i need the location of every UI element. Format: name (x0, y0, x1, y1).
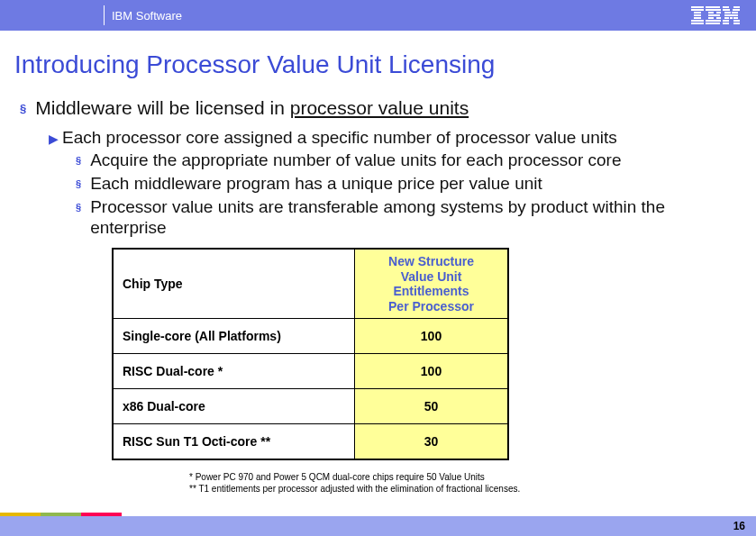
header-bar: IBM Software (0, 0, 756, 31)
value-cell: 30 (355, 424, 508, 459)
svg-rect-7 (706, 6, 720, 8)
svg-rect-6 (691, 23, 704, 24)
table-header-value: New Structure Value Unit Entitlements Pe… (355, 250, 508, 319)
th-l2: Value Unit (401, 269, 462, 284)
bullet-l1-prefix: Middleware will be licensed in (35, 97, 289, 118)
table-row: Single-core (All Platforms) 100 (114, 319, 508, 354)
table-row: x86 Dual-core 50 (114, 389, 508, 424)
svg-rect-21 (732, 12, 738, 14)
svg-rect-13 (716, 17, 721, 19)
svg-rect-22 (724, 14, 738, 16)
chip-cell: RISC Sun T1 Octi-core ** (114, 424, 355, 459)
value-cell: 100 (355, 319, 508, 354)
triangle-bullet-icon: ▶ (49, 132, 59, 146)
value-cell: 100 (355, 354, 508, 389)
svg-rect-23 (724, 17, 729, 19)
table-header-chip: Chip Type (114, 250, 355, 319)
bullet-level3: § Processor value units are transferable… (76, 196, 742, 240)
svg-rect-1 (691, 9, 704, 11)
svg-rect-16 (723, 6, 729, 8)
bullet-level2: ▶ Each processor core assigned a specifi… (49, 128, 742, 148)
square-bullet-icon: § (76, 155, 81, 166)
footer-bar: 16 (0, 516, 756, 536)
svg-rect-3 (694, 14, 701, 16)
svg-rect-12 (708, 17, 714, 19)
svg-rect-9 (708, 12, 714, 14)
svg-rect-11 (708, 14, 720, 16)
bullet-l3b-text: Each middleware program has a unique pri… (90, 173, 742, 195)
square-bullet-icon: § (76, 202, 81, 213)
th-l3: Entitlements (393, 284, 469, 298)
bullet-level3: § Acquire the appropriate number of valu… (76, 150, 742, 171)
chip-cell: x86 Dual-core (114, 389, 355, 424)
page-title: Introducing Processor Value Unit Licensi… (0, 50, 756, 90)
header-spacer (0, 0, 104, 31)
svg-rect-17 (733, 6, 740, 8)
bullet-l3c-text: Processor value units are transferable a… (90, 196, 742, 240)
svg-rect-0 (691, 6, 704, 8)
ibm-logo-icon (691, 6, 740, 24)
svg-rect-15 (706, 23, 720, 24)
svg-rect-18 (723, 9, 730, 11)
bullet-level3: § Each middleware program has a unique p… (76, 173, 742, 195)
chip-cell: Single-core (All Platforms) (114, 319, 355, 354)
footnote-2: ** T1 entitlements per processor adjuste… (189, 483, 742, 495)
content-area: § Middleware will be licensed in process… (0, 97, 756, 495)
svg-rect-19 (733, 9, 740, 11)
value-unit-table: Chip Type New Structure Value Unit Entit… (112, 248, 509, 460)
square-bullet-icon: § (76, 178, 81, 189)
svg-rect-20 (724, 12, 731, 14)
table-row: RISC Sun T1 Octi-core ** 30 (114, 424, 508, 459)
footnote-1: * Power PC 970 and Power 5 QCM dual-core… (189, 471, 742, 483)
header-divider (104, 5, 105, 25)
header-brand-label: IBM Software (112, 9, 691, 23)
footnotes: * Power PC 970 and Power 5 QCM dual-core… (189, 471, 742, 495)
th-l4: Per Processor (388, 299, 474, 313)
svg-rect-26 (723, 20, 729, 22)
bullet-level1: § Middleware will be licensed in process… (20, 97, 742, 119)
table-row: RISC Dual-core * 100 (114, 354, 508, 389)
bullet-l1-underlined: processor value units (290, 97, 469, 118)
table-header-row: Chip Type New Structure Value Unit Entit… (114, 250, 508, 319)
svg-rect-4 (694, 17, 701, 19)
header-gap (0, 31, 756, 50)
bullet-l2-text: Each processor core assigned a specific … (62, 128, 617, 148)
svg-rect-25 (733, 17, 738, 19)
svg-rect-5 (691, 20, 704, 22)
bullet-l3a-text: Acquire the appropriate number of value … (90, 150, 742, 171)
value-cell: 50 (355, 389, 508, 424)
svg-rect-14 (706, 20, 721, 22)
svg-rect-27 (733, 20, 740, 22)
page-number: 16 (733, 520, 745, 532)
svg-rect-2 (694, 12, 701, 14)
th-l1: New Structure (388, 254, 474, 268)
svg-rect-28 (723, 23, 729, 24)
svg-rect-10 (716, 12, 721, 14)
svg-rect-29 (733, 23, 740, 24)
svg-rect-8 (706, 9, 721, 11)
bullet-l1-text: Middleware will be licensed in processor… (35, 97, 469, 119)
square-bullet-icon: § (20, 102, 26, 115)
svg-rect-24 (730, 17, 733, 19)
chip-cell: RISC Dual-core * (114, 354, 355, 389)
